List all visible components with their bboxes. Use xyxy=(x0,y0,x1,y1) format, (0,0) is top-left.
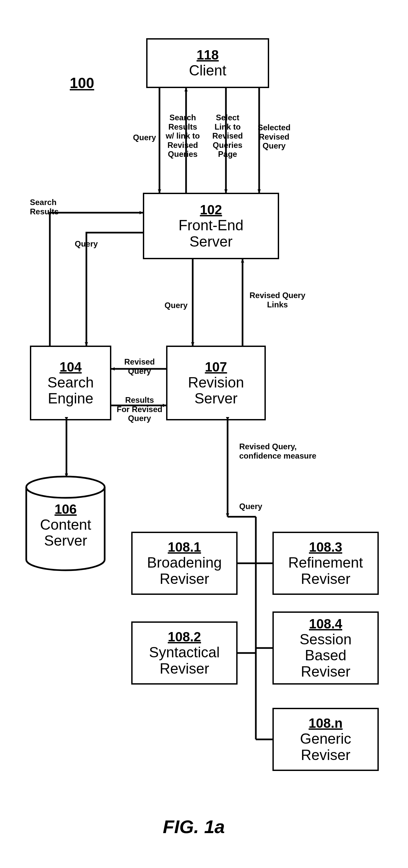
edge-rv-se-query: RevisedQuery xyxy=(121,357,158,375)
syntactical-box: 108.2 SyntacticalReviser xyxy=(131,621,238,685)
client-label: Client xyxy=(189,62,227,79)
contentserver-label: ContentServer xyxy=(40,517,91,549)
searchengine-label: SearchEngine xyxy=(48,374,94,407)
refinement-num: 108.3 xyxy=(309,540,342,555)
generic-box: 108.n GenericReviser xyxy=(273,708,379,771)
client-box: 118 Client xyxy=(146,38,269,88)
system-label: 100 xyxy=(70,75,94,91)
frontend-box: 102 Front-EndServer xyxy=(143,193,279,259)
refinement-box: 108.3 RefinementReviser xyxy=(273,532,379,595)
syntactical-num: 108.2 xyxy=(168,629,201,644)
edge-rv-links: Revised QueryLinks xyxy=(246,291,309,309)
searchengine-box: 104 SearchEngine xyxy=(30,346,111,421)
broadening-box: 108.1 BroadeningReviser xyxy=(131,532,238,595)
session-box: 108.4 SessionBasedReviser xyxy=(273,612,379,685)
session-num: 108.4 xyxy=(309,616,342,631)
edge-cli-select-link: SelectLink toRevisedQueriesPage xyxy=(209,113,246,159)
edge-cli-sel-rev: SelectedRevisedQuery xyxy=(256,123,292,151)
syntactical-label: SyntacticalReviser xyxy=(149,644,220,677)
revision-box: 107 RevisionServer xyxy=(166,346,266,421)
broadening-label: BroadeningReviser xyxy=(147,555,222,587)
edge-se-results: SearchResults xyxy=(30,198,60,216)
broadening-num: 108.1 xyxy=(168,540,201,555)
svg-point-0 xyxy=(26,476,105,498)
contentserver-cyl: 106 ContentServer xyxy=(25,475,106,571)
client-num: 118 xyxy=(197,48,219,62)
session-label: SessionBasedReviser xyxy=(300,631,352,680)
edge-cli-results: SearchResultsw/ link toRevisedQueries xyxy=(163,113,203,159)
figure-caption: FIG. 1a xyxy=(163,816,225,837)
edge-cli-query: Query xyxy=(131,133,158,142)
contentserver-num: 106 xyxy=(55,502,77,517)
generic-num: 108.n xyxy=(309,716,343,731)
edge-rv-confidence: Revised Query,confidence measure xyxy=(239,442,322,460)
frontend-label: Front-EndServer xyxy=(179,217,244,250)
revision-num: 107 xyxy=(205,360,227,374)
frontend-num: 102 xyxy=(200,203,222,217)
refinement-label: RefinementReviser xyxy=(288,555,363,587)
edge-se-rv-results: ResultsFor RevisedQuery xyxy=(115,396,164,423)
revision-label: RevisionServer xyxy=(188,374,244,407)
edge-se-query: Query xyxy=(75,239,101,249)
edge-rv-revisers-q: Query xyxy=(239,502,273,511)
searchengine-num: 104 xyxy=(60,360,82,374)
generic-label: GenericReviser xyxy=(300,731,351,763)
edge-fe-rv-query: Query xyxy=(163,301,189,310)
